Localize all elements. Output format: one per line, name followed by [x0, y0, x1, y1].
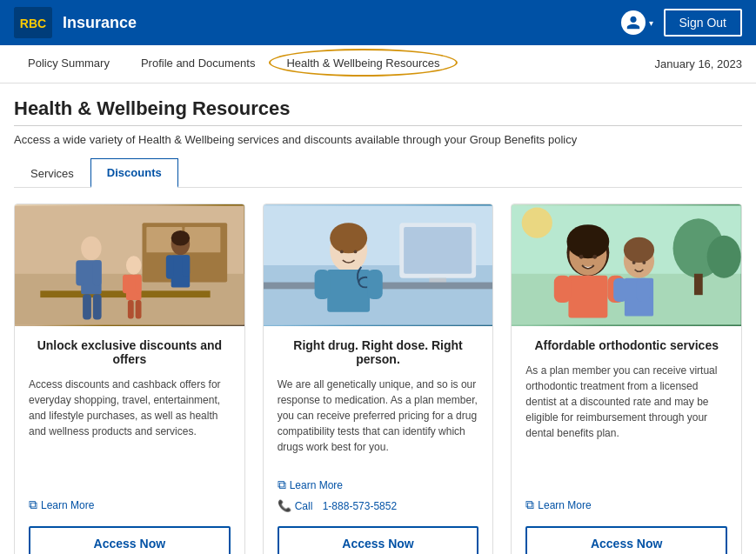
svg-rect-19	[128, 300, 134, 318]
svg-rect-24	[182, 255, 190, 276]
svg-rect-13	[83, 294, 91, 319]
nav-date: January 16, 2023	[655, 57, 742, 70]
card-title-2: Right drug. Right dose. Right person.	[278, 338, 479, 366]
learn-more-link-1[interactable]: ⧉ Learn More	[29, 497, 231, 512]
svg-rect-23	[166, 255, 174, 278]
svg-rect-29	[404, 227, 472, 274]
card-footer-1: ⧉ Learn More Access Now	[15, 487, 244, 554]
svg-rect-12	[93, 260, 102, 285]
svg-rect-34	[327, 270, 370, 312]
card-body-3: Affordable orthodontic services As a pla…	[512, 326, 741, 487]
header: RBC Insurance ▾ Sign Out	[0, 0, 756, 45]
external-link-icon-2: ⧉	[278, 477, 286, 492]
svg-point-43	[707, 236, 741, 278]
card-body-2: Right drug. Right dose. Right person. We…	[264, 326, 493, 467]
header-right: ▾ Sign Out	[621, 9, 742, 37]
nav-tabs: Policy Summary Profile and Documents Hea…	[14, 45, 454, 83]
learn-more-link-3[interactable]: ⧉ Learn More	[525, 497, 727, 512]
access-now-button-2[interactable]: Access Now	[278, 526, 479, 554]
sub-tab-services[interactable]: Services	[14, 158, 90, 187]
card-footer-2: ⧉ Learn More 📞 Call 1-888-573-5852 Acces…	[264, 467, 493, 554]
svg-text:RBC: RBC	[20, 17, 46, 30]
main-content: Health & Wellbeing Resources Access a wi…	[0, 83, 756, 554]
cards-grid: Unlock exclusive discounts and offers Ac…	[14, 204, 742, 554]
svg-rect-8	[184, 227, 220, 252]
page-subtitle: Access a wide variety of Health & Wellbe…	[14, 133, 742, 146]
external-link-icon-1: ⧉	[29, 497, 37, 512]
external-link-icon-3: ⧉	[525, 497, 534, 512]
nav-bar: Policy Summary Profile and Documents Hea…	[0, 45, 756, 83]
card-orthodontic: Affordable orthodontic services As a pla…	[511, 204, 742, 554]
card-image-3	[512, 204, 741, 326]
svg-rect-51	[554, 276, 572, 303]
brand-name: Insurance	[63, 14, 137, 32]
learn-more-link-2[interactable]: ⧉ Learn More	[278, 477, 479, 492]
user-menu[interactable]: ▾	[621, 10, 653, 35]
svg-rect-11	[76, 260, 84, 285]
svg-rect-58	[614, 278, 628, 302]
phone-icon-2: 📞	[278, 499, 291, 512]
user-avatar	[621, 10, 646, 35]
nav-tab-profile-docs[interactable]: Profile and Documents	[127, 45, 270, 83]
sign-out-button[interactable]: Sign Out	[664, 9, 742, 37]
nav-tab-health-wellbeing[interactable]: Health & Wellbeing Resources	[272, 45, 453, 83]
svg-rect-59	[637, 278, 651, 302]
svg-rect-14	[93, 294, 102, 319]
svg-point-38	[340, 250, 344, 253]
svg-point-48	[579, 255, 584, 259]
page-divider	[14, 125, 742, 126]
header-left: RBC Insurance	[14, 7, 137, 38]
sub-tabs: Services Discounts	[14, 158, 742, 188]
svg-point-25	[171, 230, 190, 246]
svg-point-47	[567, 224, 610, 258]
svg-rect-20	[136, 300, 142, 318]
sub-tab-discounts[interactable]: Discounts	[90, 158, 178, 188]
svg-point-9	[81, 237, 101, 260]
card-image-1	[15, 204, 244, 326]
card-title-3: Affordable orthodontic services	[525, 338, 727, 352]
card-body-1: Unlock exclusive discounts and offers Ac…	[15, 326, 244, 487]
svg-rect-44	[694, 274, 703, 295]
page-title: Health & Wellbeing Resources	[14, 97, 742, 120]
svg-point-15	[126, 256, 142, 274]
card-text-2: We are all genetically unique, and so is…	[278, 377, 479, 455]
user-icon	[626, 15, 641, 30]
svg-rect-37	[367, 270, 383, 299]
rbc-logo: RBC	[14, 7, 52, 38]
card-footer-3: ⧉ Learn More Access Now	[512, 487, 741, 554]
access-now-button-1[interactable]: Access Now	[29, 526, 231, 554]
card-medication: Right drug. Right dose. Right person. We…	[263, 204, 494, 554]
nav-tab-policy-summary[interactable]: Policy Summary	[14, 45, 124, 83]
svg-rect-36	[314, 270, 330, 299]
svg-point-33	[330, 223, 367, 253]
svg-rect-17	[123, 275, 129, 293]
card-discounts: Unlock exclusive discounts and offers Ac…	[14, 204, 245, 554]
card-text-3: As a plan member you can receive virtual…	[525, 363, 727, 475]
card-image-2	[264, 204, 493, 326]
phone-link-2[interactable]: 📞 Call 1-888-573-5852	[278, 499, 479, 512]
svg-point-55	[632, 261, 636, 264]
svg-point-49	[593, 255, 598, 259]
card-text-1: Access discounts and cashback offers for…	[29, 377, 231, 475]
svg-rect-18	[136, 275, 142, 293]
svg-point-54	[624, 237, 654, 263]
card-title-1: Unlock exclusive discounts and offers	[29, 338, 231, 366]
svg-rect-50	[569, 276, 608, 318]
svg-point-39	[353, 250, 357, 253]
chevron-down-icon: ▾	[649, 18, 653, 28]
access-now-button-3[interactable]: Access Now	[525, 526, 727, 554]
svg-point-56	[643, 261, 646, 264]
svg-point-60	[522, 208, 552, 238]
